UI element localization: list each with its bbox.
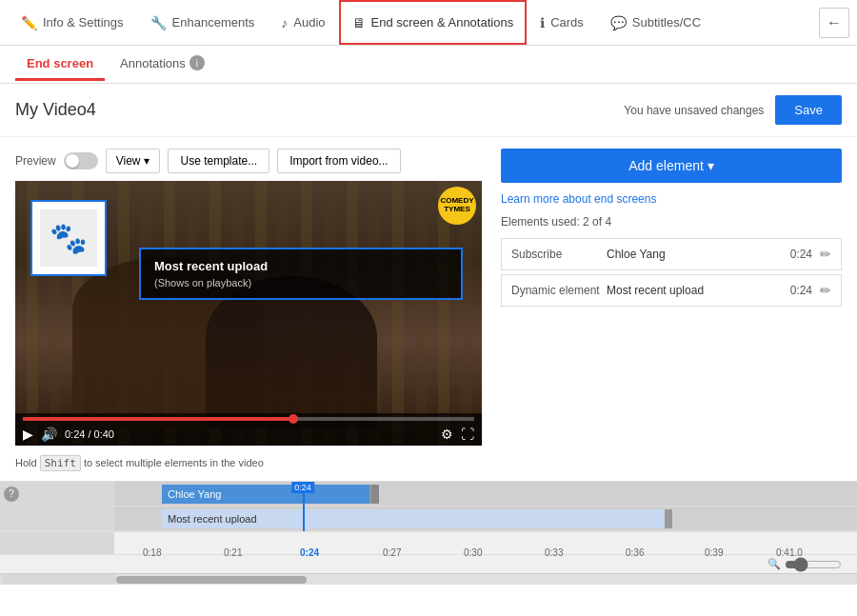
editor-area: Preview View ▾ Use template... Import fr… [0,137,857,481]
element-item-dynamic: Dynamic element Most recent upload 0:24 … [501,274,842,307]
preview-toggle[interactable] [64,152,98,169]
play-button[interactable]: ▶ [23,427,33,442]
title-actions: You have unsaved changes Save [624,95,842,125]
title-row: My Video4 You have unsaved changes Save [0,84,857,137]
chevron-down-icon: ▾ [144,154,149,168]
progress-bar[interactable] [23,417,474,421]
element-type-dynamic: Dynamic element [511,284,607,297]
time-mark-6: 0:36 [626,547,644,558]
nav-cards[interactable]: ℹ Cards [527,0,597,45]
nav-end-screen[interactable]: 🖥 End screen & Annotations [339,0,528,45]
view-button[interactable]: View ▾ [106,149,161,173]
element-item-subscribe: Subscribe Chloe Yang 0:24 ✏ [501,238,842,270]
element-name-subscribe: Chloe Yang [607,248,790,261]
settings-button[interactable]: ⚙ [441,427,453,442]
time-display: 0:24 / 0:40 [65,428,114,440]
track-row-dynamic: Most recent upload [0,507,857,531]
track-help-icon[interactable]: ? [4,487,19,502]
horizontal-scrollbar[interactable] [0,573,857,585]
zoom-out-icon[interactable]: 🔍 [767,558,781,570]
element-time-dynamic: 0:24 [790,284,812,297]
comedy-central-logo: COMEDYTYМES [438,187,476,225]
time-mark-3: 0:27 [383,547,401,558]
volume-button[interactable]: 🔊 [41,427,57,442]
save-button[interactable]: Save [775,95,842,125]
zoom-slider[interactable] [785,557,842,572]
scrollbar-thumb[interactable] [116,576,307,584]
timeline-tracks: ? Chloe Yang Most recent upload [0,482,857,531]
time-mark-8: 0:41.0 [776,547,803,558]
zoom-controls: 🔍 [767,557,849,572]
track-bar-upload[interactable]: Most recent upload [162,509,667,528]
track-label-area-1: ? [0,482,114,506]
toggle-knob [66,154,79,168]
use-template-button[interactable]: Use template... [168,149,269,173]
tab-annotations[interactable]: Annotations i [109,48,216,81]
edit-subscribe-icon[interactable]: ✏ [820,247,831,262]
video-player: COMEDYTYМES 🐾 Most recent upload (Shows … [15,181,482,446]
wrench-icon: 🔧 [150,15,167,30]
shift-hint: Hold Shift to select multiple elements i… [15,457,482,469]
elements-list: Subscribe Chloe Yang 0:24 ✏ Dynamic elem… [501,238,842,307]
track-handle-right-2[interactable] [665,509,672,528]
time-mark-7: 0:39 [705,547,723,558]
time-mark-0: 0:18 [143,547,161,558]
caption-icon: 💬 [610,15,627,30]
preview-label: Preview [15,154,56,168]
right-controls: ⚙ ⛶ [441,427,474,442]
upload-card[interactable]: Most recent upload (Shows on playback) [139,248,463,300]
nav-subtitles[interactable]: 💬 Subtitles/CC [597,0,714,45]
controls-row: Preview View ▾ Use template... Import fr… [15,149,482,173]
music-icon: ♪ [281,15,288,30]
timeline-section: ? Chloe Yang Most recent upload [0,481,857,585]
track-label-area-2 [0,507,114,530]
upload-card-subtitle: (Shows on playback) [154,277,448,288]
track-content-dynamic[interactable]: Most recent upload [114,507,857,530]
nav-info-settings[interactable]: ✏️ Info & Settings [8,0,137,45]
screen-icon: 🖥 [352,15,366,30]
subscribe-card[interactable]: 🐾 [30,200,107,276]
element-name-dynamic: Most recent upload [607,284,790,297]
scrollbar-track[interactable] [116,576,855,584]
back-button[interactable]: ← [819,8,849,38]
time-ruler: 0:18 0:21 0:24 0:27 0:30 0:33 0:36 0:39 … [0,531,857,554]
progress-dot [289,414,298,424]
top-navigation: ✏️ Info & Settings 🔧 Enhancements ♪ Audi… [0,0,857,46]
track-end-cap-1 [371,485,379,504]
learn-more-link[interactable]: Learn more about end screens [501,192,842,206]
fullscreen-button[interactable]: ⛶ [461,427,474,442]
ruler-label-offset [0,532,114,554]
playhead[interactable]: 0:24 [303,482,305,531]
annotations-info-icon: i [189,55,205,70]
right-panel: Add element ▾ Learn more about end scree… [501,149,842,469]
unsaved-changes-text: You have unsaved changes [624,104,764,117]
video-background: COMEDYTYМES 🐾 Most recent upload (Shows … [15,181,482,446]
nav-enhancements[interactable]: 🔧 Enhancements [137,0,269,45]
pencil-icon: ✏️ [21,15,37,30]
time-mark-1: 0:21 [224,547,242,558]
sub-tab-bar: End screen Annotations i [0,46,857,84]
info-circle-icon: ℹ [540,15,545,30]
add-element-button[interactable]: Add element ▾ [501,149,842,183]
import-from-video-button[interactable]: Import from video... [277,149,400,173]
timeline-bottom-bar: 🔍 [0,554,857,573]
track-bar-chloe[interactable]: Chloe Yang [162,485,371,504]
time-mark-4: 0:30 [464,547,482,558]
subscribe-card-image: 🐾 [40,209,97,267]
video-title: My Video4 [15,100,96,120]
edit-dynamic-icon[interactable]: ✏ [820,283,831,298]
playback-controls: ▶ 🔊 0:24 / 0:40 ⚙ ⛶ [23,427,474,442]
scrollbar-offset [2,574,116,585]
playhead-label: 0:24 [291,482,314,493]
video-controls-bar: ▶ 🔊 0:24 / 0:40 ⚙ ⛶ [15,413,482,446]
nav-audio[interactable]: ♪ Audio [268,0,338,45]
time-mark-5: 0:33 [545,547,563,558]
tab-end-screen[interactable]: End screen [15,49,105,81]
element-time-subscribe: 0:24 [790,248,812,261]
track-content-subscribe[interactable]: Chloe Yang [114,482,857,506]
upload-card-title: Most recent upload [154,259,448,273]
left-panel: Preview View ▾ Use template... Import fr… [15,149,482,469]
shift-key: Shift [40,455,81,471]
progress-fill [23,417,293,421]
element-type-subscribe: Subscribe [511,248,607,261]
